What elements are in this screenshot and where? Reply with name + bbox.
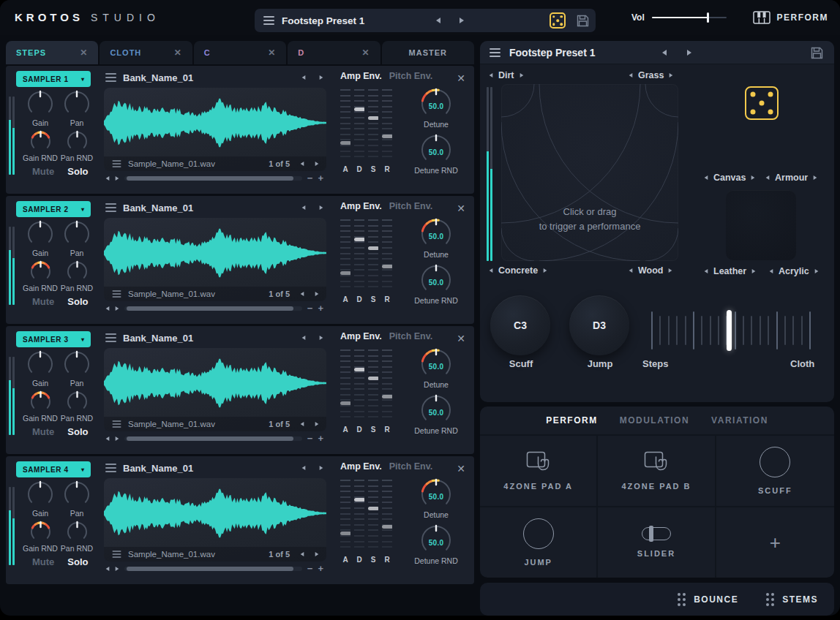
morph-slider-handle[interactable] — [727, 310, 732, 351]
scroll-thumb[interactable] — [127, 306, 293, 311]
scroll-right-icon[interactable] — [116, 306, 119, 310]
solo-button[interactable]: Solo — [67, 556, 88, 567]
scroll-right-icon[interactable] — [116, 175, 119, 180]
bank-prev-icon[interactable] — [302, 466, 306, 470]
gain-rnd-knob[interactable] — [29, 260, 52, 283]
scroll-left-icon[interactable] — [106, 306, 110, 310]
mute-button[interactable]: Mute — [32, 556, 54, 567]
waveform-display[interactable]: Sample_Name_01.wav 1 of 5 — [104, 348, 326, 431]
adsr-slider-d[interactable] — [354, 89, 364, 161]
sample-prev-icon[interactable] — [301, 162, 304, 166]
close-icon[interactable]: ✕ — [268, 48, 276, 57]
bank-menu-icon[interactable] — [105, 333, 116, 342]
bounce-button[interactable]: BOUNCE — [678, 593, 738, 606]
zoom-out-icon[interactable]: − — [307, 564, 313, 573]
detune-rnd-knob[interactable]: 50.0 — [420, 524, 452, 556]
save-icon[interactable] — [576, 14, 590, 28]
randomize-dice-icon[interactable] — [550, 12, 566, 29]
adsr-slider-d[interactable] — [354, 349, 364, 421]
scroll-thumb[interactable] — [127, 567, 293, 571]
tab-steps[interactable]: STEPS✕ — [6, 41, 98, 64]
detune-knob[interactable]: 50.0 — [420, 478, 452, 510]
adsr-slider-s[interactable] — [368, 349, 378, 421]
tab-d[interactable]: D✕ — [288, 41, 380, 64]
gain-knob[interactable] — [26, 480, 54, 508]
amp-env-tab[interactable]: Amp Env. — [340, 331, 382, 341]
zoom-out-icon[interactable]: − — [307, 303, 313, 313]
pan-knob[interactable] — [63, 480, 91, 508]
waveform-display[interactable]: Sample_Name_01.wav 1 of 5 — [104, 478, 326, 562]
tab-variation[interactable]: VARIATION — [711, 415, 768, 426]
bank-menu-icon[interactable] — [105, 73, 116, 82]
gain-knob[interactable] — [26, 220, 54, 248]
detune-rnd-knob[interactable]: 50.0 — [420, 264, 452, 296]
scroll-left-icon[interactable] — [106, 436, 110, 440]
close-icon[interactable]: ✕ — [457, 203, 465, 213]
bank-next-icon[interactable] — [320, 336, 323, 340]
bank-next-icon[interactable] — [320, 75, 323, 80]
material-acrylic-selector[interactable]: Acrylic — [769, 266, 819, 276]
zoom-in-icon[interactable]: + — [318, 173, 323, 183]
gain-knob[interactable] — [26, 90, 54, 118]
adsr-slider-s[interactable] — [368, 480, 378, 551]
amp-env-tab[interactable]: Amp Env. — [340, 71, 382, 81]
xy-corner-dirt-selector[interactable]: Dirt — [489, 70, 524, 80]
gain-rnd-knob[interactable] — [29, 390, 52, 413]
xy-corner-concrete-selector[interactable]: Concrete — [489, 265, 547, 276]
sample-next-icon[interactable] — [315, 292, 319, 296]
sampler-select-dropdown[interactable]: SAMPLER 2▾ — [16, 201, 91, 217]
detune-knob[interactable]: 50.0 — [420, 348, 452, 380]
adsr-slider-r[interactable] — [382, 349, 392, 421]
sample-next-icon[interactable] — [315, 422, 319, 426]
xy-corner-wood-selector[interactable]: Wood — [629, 265, 672, 276]
sample-menu-icon[interactable] — [113, 551, 121, 558]
material-leather-selector[interactable]: Leather — [704, 266, 756, 276]
close-icon[interactable]: ✕ — [457, 464, 465, 474]
tab-master[interactable]: MASTER — [382, 41, 474, 64]
xy-performance-pad[interactable]: Click or drag to trigger a performance — [501, 84, 678, 261]
adsr-slider-r[interactable] — [382, 480, 392, 551]
preset-menu-icon[interactable] — [490, 48, 500, 57]
sample-menu-icon[interactable] — [113, 160, 121, 167]
zoom-out-icon[interactable]: − — [307, 173, 313, 183]
mute-button[interactable]: Mute — [32, 426, 54, 437]
sample-next-icon[interactable] — [315, 552, 319, 556]
zoom-out-icon[interactable]: − — [307, 434, 313, 443]
close-icon[interactable]: ✕ — [362, 48, 370, 57]
solo-button[interactable]: Solo — [67, 426, 88, 437]
preset-next-icon[interactable] — [687, 50, 691, 56]
scroll-track[interactable] — [124, 436, 302, 441]
trigger-pad-scuff[interactable]: C3 — [490, 295, 550, 355]
preset-menu-icon[interactable] — [263, 16, 274, 25]
sample-prev-icon[interactable] — [301, 552, 304, 556]
close-icon[interactable]: ✕ — [457, 73, 465, 83]
cell-4zone-pad-a[interactable]: 4ZONE PAD A — [480, 434, 598, 506]
material-canvas-selector[interactable]: Canvas — [704, 173, 755, 183]
pitch-env-tab[interactable]: Pitch Env. — [389, 331, 433, 341]
adsr-slider-a[interactable] — [340, 349, 350, 421]
gain-rnd-knob[interactable] — [29, 130, 52, 153]
randomize-dice-button[interactable] — [745, 86, 779, 120]
xy-corner-grass-selector[interactable]: Grass — [629, 70, 673, 80]
save-icon[interactable] — [810, 46, 824, 60]
volume-slider[interactable] — [652, 12, 727, 23]
gain-rnd-knob[interactable] — [29, 521, 52, 543]
adsr-slider-d[interactable] — [354, 480, 364, 551]
tab-modulation[interactable]: MODULATION — [620, 415, 689, 426]
adsr-slider-a[interactable] — [340, 480, 350, 551]
material-armour-selector[interactable]: Armour — [765, 173, 817, 183]
sample-menu-icon[interactable] — [113, 420, 121, 428]
scroll-right-icon[interactable] — [116, 566, 119, 570]
sample-prev-icon[interactable] — [301, 422, 304, 426]
tab-cloth[interactable]: CLOTH✕ — [100, 41, 192, 64]
adsr-slider-s[interactable] — [368, 219, 378, 291]
solo-button[interactable]: Solo — [67, 296, 88, 307]
steps-cloth-morph-slider[interactable] — [651, 310, 811, 351]
cell-scuff[interactable]: SCUFF — [716, 434, 834, 506]
trigger-pad-jump[interactable]: D3 — [569, 295, 629, 355]
cell-slider[interactable]: SLIDER — [598, 506, 716, 578]
scroll-left-icon[interactable] — [106, 566, 110, 570]
cell-4zone-pad-b[interactable]: 4ZONE PAD B — [598, 434, 716, 506]
pan-knob[interactable] — [63, 90, 91, 118]
close-icon[interactable]: ✕ — [457, 333, 465, 344]
